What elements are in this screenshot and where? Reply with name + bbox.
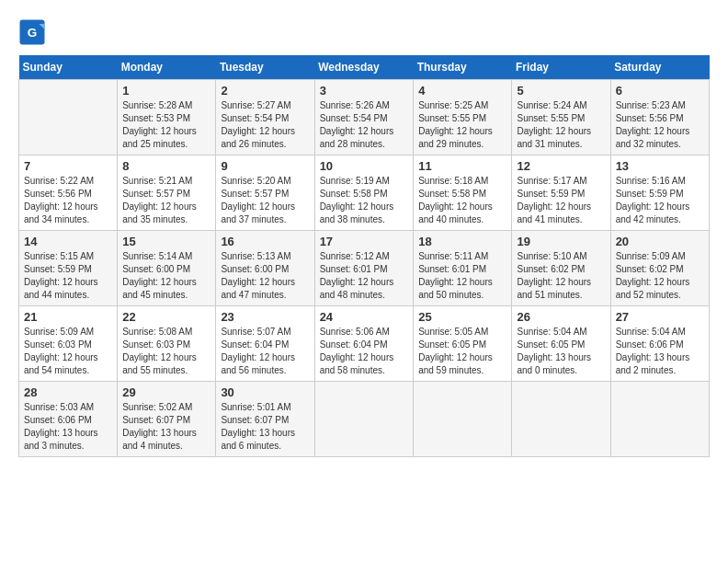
weekday-header: Sunday <box>19 55 118 80</box>
weekday-header: Wednesday <box>314 55 414 80</box>
calendar-week-row: 28Sunrise: 5:03 AMSunset: 6:06 PMDayligh… <box>19 382 710 457</box>
calendar-cell: 14Sunrise: 5:15 AMSunset: 5:59 PMDayligh… <box>19 231 118 306</box>
day-info: Sunrise: 5:20 AMSunset: 5:57 PMDaylight:… <box>221 176 295 224</box>
day-info: Sunrise: 5:09 AMSunset: 6:02 PMDaylight:… <box>616 251 690 300</box>
day-info: Sunrise: 5:02 AMSunset: 6:07 PMDaylight:… <box>122 402 197 451</box>
calendar-cell: 27Sunrise: 5:04 AMSunset: 6:06 PMDayligh… <box>610 306 709 382</box>
day-number: 30 <box>221 385 309 399</box>
day-number: 12 <box>517 159 605 173</box>
calendar-cell: 21Sunrise: 5:09 AMSunset: 6:03 PMDayligh… <box>19 306 118 382</box>
day-number: 15 <box>122 235 210 248</box>
calendar-cell: 8Sunrise: 5:21 AMSunset: 5:57 PMDaylight… <box>118 155 216 231</box>
calendar-cell: 23Sunrise: 5:07 AMSunset: 6:04 PMDayligh… <box>216 306 314 382</box>
calendar-cell: 2Sunrise: 5:27 AMSunset: 5:54 PMDaylight… <box>216 80 314 155</box>
day-info: Sunrise: 5:22 AMSunset: 5:56 PMDaylight:… <box>24 176 98 224</box>
day-info: Sunrise: 5:19 AMSunset: 5:58 PMDaylight:… <box>320 176 394 224</box>
day-number: 13 <box>616 159 704 173</box>
calendar-cell: 17Sunrise: 5:12 AMSunset: 6:01 PMDayligh… <box>314 231 414 306</box>
calendar-cell: 28Sunrise: 5:03 AMSunset: 6:06 PMDayligh… <box>19 382 118 457</box>
calendar-cell: 10Sunrise: 5:19 AMSunset: 5:58 PMDayligh… <box>314 155 414 231</box>
day-info: Sunrise: 5:23 AMSunset: 5:56 PMDaylight:… <box>616 100 690 149</box>
day-number: 1 <box>122 84 210 98</box>
calendar-cell: 16Sunrise: 5:13 AMSunset: 6:00 PMDayligh… <box>216 231 314 306</box>
day-info: Sunrise: 5:08 AMSunset: 6:03 PMDaylight:… <box>122 327 197 375</box>
day-number: 26 <box>517 310 605 324</box>
day-info: Sunrise: 5:10 AMSunset: 6:02 PMDaylight:… <box>517 251 591 300</box>
calendar-week-row: 7Sunrise: 5:22 AMSunset: 5:56 PMDaylight… <box>19 155 710 231</box>
day-info: Sunrise: 5:12 AMSunset: 6:01 PMDaylight:… <box>320 251 394 300</box>
day-number: 27 <box>616 310 704 324</box>
calendar-cell: 29Sunrise: 5:02 AMSunset: 6:07 PMDayligh… <box>118 382 216 457</box>
day-number: 10 <box>320 159 409 173</box>
calendar-cell: 13Sunrise: 5:16 AMSunset: 5:59 PMDayligh… <box>610 155 709 231</box>
calendar-cell: 5Sunrise: 5:24 AMSunset: 5:55 PMDaylight… <box>512 80 610 155</box>
calendar-cell: 11Sunrise: 5:18 AMSunset: 5:58 PMDayligh… <box>414 155 512 231</box>
calendar-header-row: SundayMondayTuesdayWednesdayThursdayFrid… <box>19 55 710 80</box>
day-number: 18 <box>418 235 506 248</box>
day-number: 7 <box>24 159 112 173</box>
logo-icon: G <box>18 18 46 46</box>
calendar-cell: 12Sunrise: 5:17 AMSunset: 5:59 PMDayligh… <box>512 155 610 231</box>
calendar-cell <box>314 382 414 457</box>
calendar-cell: 24Sunrise: 5:06 AMSunset: 6:04 PMDayligh… <box>314 306 414 382</box>
day-info: Sunrise: 5:16 AMSunset: 5:59 PMDaylight:… <box>616 176 690 224</box>
day-number: 3 <box>320 84 409 98</box>
day-info: Sunrise: 5:03 AMSunset: 6:06 PMDaylight:… <box>24 402 98 451</box>
day-info: Sunrise: 5:27 AMSunset: 5:54 PMDaylight:… <box>221 100 295 149</box>
logo: G <box>18 18 50 46</box>
calendar-week-row: 14Sunrise: 5:15 AMSunset: 5:59 PMDayligh… <box>19 231 710 306</box>
day-number: 19 <box>517 235 605 248</box>
calendar-week-row: 21Sunrise: 5:09 AMSunset: 6:03 PMDayligh… <box>19 306 710 382</box>
day-info: Sunrise: 5:25 AMSunset: 5:55 PMDaylight:… <box>418 100 493 149</box>
day-info: Sunrise: 5:15 AMSunset: 5:59 PMDaylight:… <box>24 251 98 300</box>
weekday-header: Tuesday <box>216 55 314 80</box>
day-info: Sunrise: 5:05 AMSunset: 6:05 PMDaylight:… <box>418 327 493 375</box>
calendar-cell: 19Sunrise: 5:10 AMSunset: 6:02 PMDayligh… <box>512 231 610 306</box>
calendar-cell: 20Sunrise: 5:09 AMSunset: 6:02 PMDayligh… <box>610 231 709 306</box>
calendar-cell: 26Sunrise: 5:04 AMSunset: 6:05 PMDayligh… <box>512 306 610 382</box>
calendar-cell: 4Sunrise: 5:25 AMSunset: 5:55 PMDaylight… <box>414 80 512 155</box>
calendar-week-row: 1Sunrise: 5:28 AMSunset: 5:53 PMDaylight… <box>19 80 710 155</box>
day-number: 5 <box>517 84 605 98</box>
weekday-header: Thursday <box>414 55 512 80</box>
calendar-cell: 3Sunrise: 5:26 AMSunset: 5:54 PMDaylight… <box>314 80 414 155</box>
svg-text:G: G <box>28 26 38 40</box>
weekday-header: Monday <box>118 55 216 80</box>
day-info: Sunrise: 5:26 AMSunset: 5:54 PMDaylight:… <box>320 100 394 149</box>
calendar-body: 1Sunrise: 5:28 AMSunset: 5:53 PMDaylight… <box>19 80 710 457</box>
day-number: 20 <box>616 235 704 248</box>
day-info: Sunrise: 5:11 AMSunset: 6:01 PMDaylight:… <box>418 251 493 300</box>
day-info: Sunrise: 5:06 AMSunset: 6:04 PMDaylight:… <box>320 327 394 375</box>
calendar-cell: 9Sunrise: 5:20 AMSunset: 5:57 PMDaylight… <box>216 155 314 231</box>
day-number: 16 <box>221 235 309 248</box>
day-number: 21 <box>24 310 112 324</box>
calendar-cell: 22Sunrise: 5:08 AMSunset: 6:03 PMDayligh… <box>118 306 216 382</box>
calendar-cell: 18Sunrise: 5:11 AMSunset: 6:01 PMDayligh… <box>414 231 512 306</box>
weekday-header: Saturday <box>610 55 709 80</box>
calendar-table: SundayMondayTuesdayWednesdayThursdayFrid… <box>18 55 710 457</box>
calendar-cell: 25Sunrise: 5:05 AMSunset: 6:05 PMDayligh… <box>414 306 512 382</box>
calendar-cell: 15Sunrise: 5:14 AMSunset: 6:00 PMDayligh… <box>118 231 216 306</box>
day-info: Sunrise: 5:01 AMSunset: 6:07 PMDaylight:… <box>221 402 295 451</box>
day-number: 9 <box>221 159 309 173</box>
calendar-cell <box>512 382 610 457</box>
day-number: 23 <box>221 310 309 324</box>
day-info: Sunrise: 5:04 AMSunset: 6:05 PMDaylight:… <box>517 327 591 375</box>
day-number: 14 <box>24 235 112 248</box>
day-info: Sunrise: 5:07 AMSunset: 6:04 PMDaylight:… <box>221 327 295 375</box>
day-info: Sunrise: 5:13 AMSunset: 6:00 PMDaylight:… <box>221 251 295 300</box>
day-info: Sunrise: 5:09 AMSunset: 6:03 PMDaylight:… <box>24 327 98 375</box>
day-number: 29 <box>122 385 210 399</box>
day-number: 17 <box>320 235 409 248</box>
calendar-cell <box>414 382 512 457</box>
day-number: 4 <box>418 84 506 98</box>
calendar-cell: 30Sunrise: 5:01 AMSunset: 6:07 PMDayligh… <box>216 382 314 457</box>
page-header: G <box>18 18 710 46</box>
calendar-cell: 7Sunrise: 5:22 AMSunset: 5:56 PMDaylight… <box>19 155 118 231</box>
weekday-header: Friday <box>512 55 610 80</box>
day-number: 8 <box>122 159 210 173</box>
day-number: 24 <box>320 310 409 324</box>
day-number: 6 <box>616 84 704 98</box>
day-number: 22 <box>122 310 210 324</box>
day-number: 11 <box>418 159 506 173</box>
